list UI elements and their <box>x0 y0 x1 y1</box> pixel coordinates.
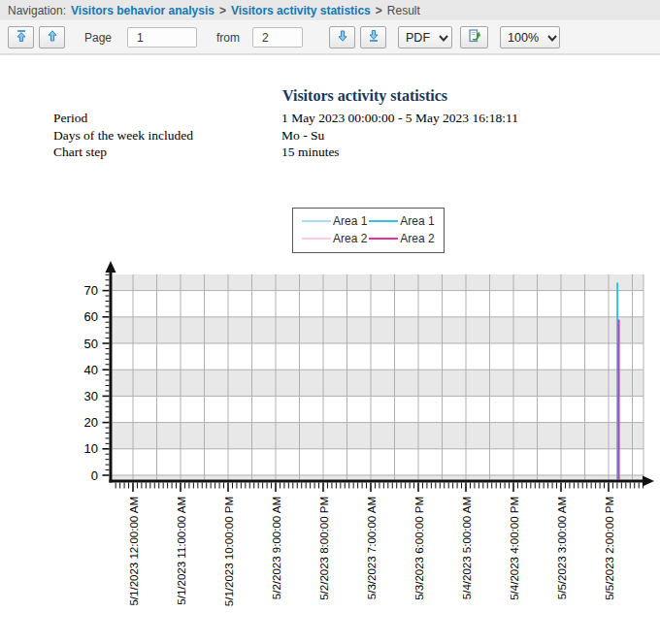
report-page: Visitors activity statistics Period 1 Ma… <box>0 54 660 644</box>
legend-item: Area 2 <box>302 232 367 245</box>
svg-text:5/5/2023 3:00:00 AM: 5/5/2023 3:00:00 AM <box>556 497 568 599</box>
svg-text:5/4/2023 4:00:00 PM: 5/4/2023 4:00:00 PM <box>509 497 520 600</box>
legend-line-area1 <box>369 220 398 222</box>
dropdown-chevron-icon <box>439 31 448 45</box>
first-page-button[interactable] <box>8 26 34 48</box>
chart-legend: Area 1 Area 1 Area 2 Area 2 <box>292 208 445 253</box>
legend-item: Area 2 <box>369 232 434 245</box>
chart-canvas: 0102030405060705/1/2023 12:00:00 AM5/1/2… <box>0 260 660 644</box>
export-button[interactable] <box>460 26 488 48</box>
legend-item: Area 1 <box>302 214 367 228</box>
svg-text:5/2/2023 8:00:00 PM: 5/2/2023 8:00:00 PM <box>318 497 330 600</box>
legend-label: Area 1 <box>333 214 367 228</box>
svg-text:5/1/2023 11:00:00 AM: 5/1/2023 11:00:00 AM <box>176 497 187 605</box>
page-label: Page <box>84 31 112 45</box>
svg-text:5/1/2023 10:00:00 PM: 5/1/2023 10:00:00 PM <box>223 497 235 606</box>
svg-text:50: 50 <box>84 337 98 351</box>
report-info: Period 1 May 2023 00:00:00 - 5 May 2023 … <box>53 110 518 161</box>
legend-line-area1-light <box>302 220 331 222</box>
next-page-icon <box>336 29 349 46</box>
svg-text:30: 30 <box>84 389 98 403</box>
days-value: Mo - Su <box>281 127 324 145</box>
dropdown-chevron-icon <box>547 31 557 45</box>
export-format-select[interactable]: PDF <box>398 26 452 48</box>
svg-text:60: 60 <box>84 309 98 324</box>
chart-step-value: 15 minutes <box>281 144 340 161</box>
legend-item: Area 1 <box>369 214 434 228</box>
svg-text:5/2/2023 9:00:00 AM: 5/2/2023 9:00:00 AM <box>271 497 282 599</box>
page-number-input[interactable] <box>127 27 197 48</box>
breadcrumb-prefix: Navigation: <box>8 4 66 17</box>
last-page-button[interactable] <box>360 26 386 48</box>
legend-line-area2-light <box>302 238 331 240</box>
export-icon <box>467 28 482 47</box>
info-row-chart-step: Chart step 15 minutes <box>53 144 518 161</box>
breadcrumb-link-visitors-behavior-analysis[interactable]: Visitors behavior analysis <box>71 4 214 17</box>
breadcrumb-current: Result <box>387 4 420 17</box>
period-label: Period <box>53 110 281 127</box>
breadcrumb-separator: > <box>376 4 382 17</box>
chart-step-label: Chart step <box>53 144 281 161</box>
breadcrumb-link-visitors-activity-statistics[interactable]: Visitors activity statistics <box>231 4 371 17</box>
legend-label: Area 2 <box>333 232 367 245</box>
info-row-days: Days of the week included Mo - Su <box>53 127 518 145</box>
first-page-icon <box>15 29 28 46</box>
last-page-icon <box>367 29 380 46</box>
pages-total-input[interactable] <box>252 27 303 48</box>
previous-page-icon <box>46 29 59 46</box>
zoom-select[interactable]: 100% <box>500 26 560 48</box>
svg-text:70: 70 <box>84 283 98 298</box>
info-row-period: Period 1 May 2023 00:00:00 - 5 May 2023 … <box>53 110 518 127</box>
previous-page-button[interactable] <box>39 26 65 48</box>
svg-text:5/5/2023 2:00:00 PM: 5/5/2023 2:00:00 PM <box>604 497 615 600</box>
days-label: Days of the week included <box>53 127 281 145</box>
svg-text:5/3/2023 6:00:00 PM: 5/3/2023 6:00:00 PM <box>413 497 425 600</box>
period-value: 1 May 2023 00:00:00 - 5 May 2023 16:18:1… <box>281 110 518 127</box>
report-toolbar: Page from PDF 100% <box>0 21 660 54</box>
zoom-value: 100% <box>508 31 539 45</box>
svg-text:5/4/2023 5:00:00 AM: 5/4/2023 5:00:00 AM <box>461 497 473 599</box>
svg-text:5/3/2023 7:00:00 AM: 5/3/2023 7:00:00 AM <box>366 497 378 599</box>
legend-label: Area 2 <box>400 232 434 245</box>
svg-text:0: 0 <box>91 468 98 483</box>
breadcrumb-separator: > <box>219 4 226 17</box>
breadcrumb: Navigation: Visitors behavior analysis >… <box>0 0 660 21</box>
next-page-button[interactable] <box>329 26 355 48</box>
legend-line-area2 <box>369 238 398 240</box>
report-title: Visitors activity statistics <box>68 87 660 105</box>
from-label: from <box>216 31 240 45</box>
activity-chart: 0102030405060705/1/2023 12:00:00 AM5/1/2… <box>0 260 660 644</box>
svg-text:20: 20 <box>84 415 98 430</box>
svg-text:5/1/2023 12:00:00 AM: 5/1/2023 12:00:00 AM <box>128 497 140 606</box>
export-format-value: PDF <box>406 31 430 45</box>
legend-label: Area 1 <box>400 214 434 228</box>
svg-text:10: 10 <box>84 441 98 456</box>
svg-text:40: 40 <box>84 363 98 377</box>
